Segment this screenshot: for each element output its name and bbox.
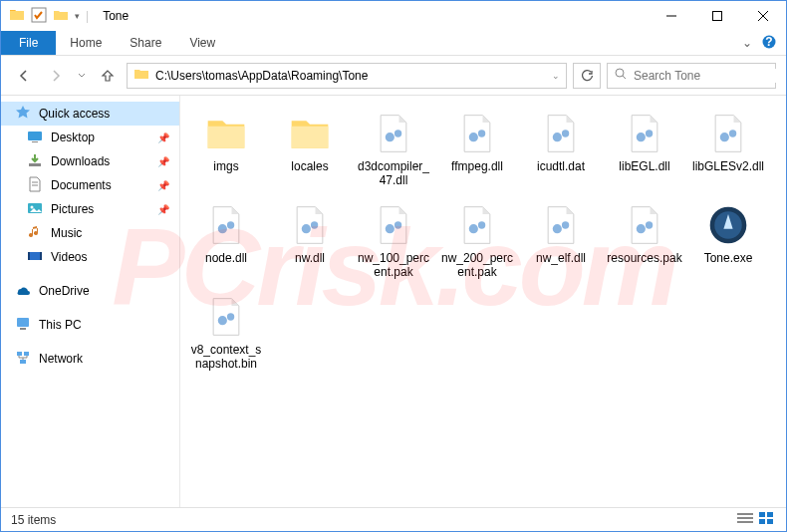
dll-icon xyxy=(621,110,668,157)
pictures-icon xyxy=(27,200,43,219)
folder-icon xyxy=(133,66,149,85)
file-item[interactable]: nw.dll xyxy=(268,197,352,289)
file-item[interactable]: libGLESv2.dll xyxy=(686,106,770,197)
dll-icon xyxy=(453,110,501,157)
search-box[interactable] xyxy=(607,63,776,89)
file-label: d3dcompiler_47.dll xyxy=(356,159,431,187)
sidebar-item-desktop[interactable]: Desktop📌 xyxy=(1,126,179,149)
svg-point-27 xyxy=(478,130,485,136)
quick-access-toolbar: ▾ | xyxy=(1,7,89,26)
file-item[interactable]: d3dcompiler_47.dll xyxy=(352,106,435,197)
minimize-button[interactable] xyxy=(649,1,694,31)
address-dropdown-icon[interactable]: ⌄ xyxy=(552,71,560,81)
tab-share[interactable]: Share xyxy=(116,31,175,55)
file-item[interactable]: nw_200_percent.pak xyxy=(435,197,519,289)
network-icon xyxy=(15,350,31,369)
sidebar-quick-access[interactable]: Quick access xyxy=(1,102,179,126)
checkbox-icon[interactable] xyxy=(31,7,47,26)
dll-icon xyxy=(202,201,250,249)
sidebar-label: Pictures xyxy=(51,202,94,216)
file-item[interactable]: ffmpeg.dll xyxy=(435,106,519,197)
sidebar-this-pc[interactable]: This PC xyxy=(1,313,179,337)
tab-home[interactable]: Home xyxy=(56,31,116,55)
folder-icon xyxy=(9,7,25,26)
svg-point-39 xyxy=(394,221,401,228)
folder-icon xyxy=(286,110,334,157)
file-item[interactable]: nw_elf.dll xyxy=(519,197,603,289)
window-title: Tone xyxy=(103,9,129,23)
svg-text:?: ? xyxy=(765,35,772,49)
desktop-icon xyxy=(27,129,43,147)
dll-icon xyxy=(370,110,417,157)
svg-point-49 xyxy=(227,313,234,320)
file-label: resources.pak xyxy=(607,251,681,265)
sidebar-onedrive[interactable]: OneDrive xyxy=(1,279,179,303)
file-item[interactable]: imgs xyxy=(184,106,268,197)
file-label: nw.dll xyxy=(295,251,325,265)
qat-dropdown-icon[interactable]: ▾ xyxy=(75,11,80,21)
dll-icon xyxy=(537,201,585,249)
file-item[interactable]: libEGL.dll xyxy=(603,106,686,197)
sidebar-label: Videos xyxy=(51,250,87,264)
svg-rect-2 xyxy=(713,12,722,21)
back-button[interactable] xyxy=(11,63,37,89)
svg-point-32 xyxy=(720,133,729,141)
sidebar-label: Quick access xyxy=(39,107,110,121)
documents-icon xyxy=(27,176,43,195)
dll-icon xyxy=(704,110,752,157)
svg-rect-51 xyxy=(737,517,753,519)
forward-button[interactable] xyxy=(43,63,69,89)
ribbon: File Home Share View ⌄ ? xyxy=(1,31,786,56)
svg-line-8 xyxy=(623,76,626,79)
sidebar-network[interactable]: Network xyxy=(1,347,179,371)
help-icon[interactable]: ? xyxy=(762,35,776,52)
sidebar-item-music[interactable]: Music xyxy=(1,221,179,245)
maximize-button[interactable] xyxy=(694,1,740,31)
sidebar-item-documents[interactable]: Documents📌 xyxy=(1,173,179,197)
address-input[interactable] xyxy=(155,69,546,83)
sidebar-item-downloads[interactable]: Downloads📌 xyxy=(1,149,179,173)
address-bar[interactable]: ⌄ xyxy=(127,63,567,89)
file-item[interactable]: v8_context_snapshot.bin xyxy=(184,289,268,381)
file-label: imgs xyxy=(213,159,238,173)
large-icons-view-icon[interactable] xyxy=(758,511,776,528)
up-button[interactable] xyxy=(95,63,121,89)
status-bar: 15 items xyxy=(1,507,786,531)
file-label: nw_200_percent.pak xyxy=(439,251,515,279)
details-view-icon[interactable] xyxy=(736,511,754,528)
svg-point-44 xyxy=(637,224,646,233)
file-item[interactable]: locales xyxy=(268,106,352,197)
file-list[interactable]: imgslocalesd3dcompiler_47.dllffmpeg.dlli… xyxy=(180,96,786,507)
file-item[interactable]: resources.pak xyxy=(603,197,686,289)
file-item[interactable]: node.dll xyxy=(184,197,268,289)
svg-point-28 xyxy=(553,133,562,141)
recent-dropdown[interactable] xyxy=(75,63,89,89)
sidebar-item-videos[interactable]: Videos xyxy=(1,245,179,269)
file-label: nw_100_percent.pak xyxy=(356,251,431,279)
file-menu[interactable]: File xyxy=(1,31,56,55)
search-input[interactable] xyxy=(634,69,783,83)
svg-rect-9 xyxy=(28,132,42,140)
svg-rect-50 xyxy=(737,513,753,515)
svg-rect-19 xyxy=(17,318,29,327)
svg-point-29 xyxy=(562,130,569,136)
svg-point-34 xyxy=(218,224,227,233)
svg-point-7 xyxy=(616,69,624,77)
sidebar-item-pictures[interactable]: Pictures📌 xyxy=(1,197,179,221)
ribbon-expand-icon[interactable]: ⌄ xyxy=(742,36,752,50)
svg-rect-23 xyxy=(20,360,26,364)
close-button[interactable] xyxy=(740,1,786,31)
svg-point-43 xyxy=(562,221,569,228)
svg-point-35 xyxy=(227,221,234,228)
svg-point-36 xyxy=(302,224,311,233)
file-item[interactable]: icudtl.dat xyxy=(519,106,603,197)
refresh-button[interactable] xyxy=(573,63,601,89)
sidebar-label: Music xyxy=(51,226,82,240)
svg-point-42 xyxy=(553,224,562,233)
file-item[interactable]: Tone.exe xyxy=(686,197,770,289)
svg-rect-52 xyxy=(737,521,753,523)
tab-view[interactable]: View xyxy=(175,31,229,55)
file-item[interactable]: nw_100_percent.pak xyxy=(352,197,435,289)
search-icon xyxy=(614,67,628,84)
svg-rect-10 xyxy=(32,141,38,142)
